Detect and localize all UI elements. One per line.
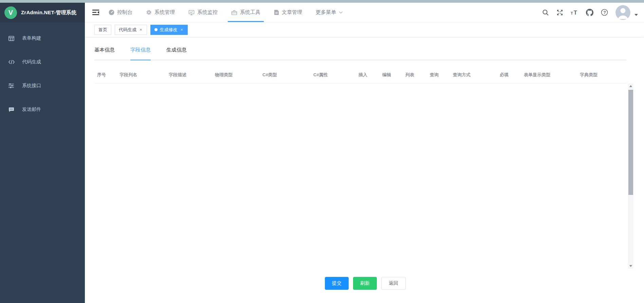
app-title: ZrAdmin.NET-管理系统	[21, 9, 76, 16]
gear-icon	[146, 9, 152, 15]
sidebar-item-message[interactable]: 发送邮件	[0, 98, 85, 121]
submit-button[interactable]: 提交	[325, 277, 349, 290]
tab-3[interactable]: 生成信息	[166, 47, 187, 53]
close-icon[interactable]: ×	[180, 27, 184, 32]
window-top-strip	[0, 0, 644, 3]
app-logo-row: V ZrAdmin.NET-管理系统	[0, 3, 85, 22]
toolbox-icon	[231, 10, 237, 15]
hamburger-icon[interactable]	[92, 9, 99, 15]
column-header: 编辑	[380, 72, 403, 78]
nav-item-label: 系统工具	[240, 9, 260, 16]
column-header: C#属性	[311, 72, 356, 78]
nav-item-more[interactable]: 更多菜单	[314, 3, 344, 22]
nav-item-label: 控制台	[117, 9, 132, 16]
scrollbar-up-arrow[interactable]	[628, 83, 633, 89]
nav-item-label: 文章管理	[282, 9, 302, 16]
sidebar-item-sliders[interactable]: 系统接口	[0, 74, 85, 98]
content-panel: 基本信息字段信息生成信息 序号字段列名字段描述物理类型C#类型C#属性插入编辑列…	[85, 37, 644, 303]
tag-label: 代码生成	[119, 27, 136, 33]
svg-text:?: ?	[603, 10, 606, 15]
nav-item-gear[interactable]: 系统管理	[145, 3, 176, 22]
app-logo: V	[4, 6, 17, 19]
sidebar-item-label: 代码生成	[22, 59, 41, 65]
table-body	[94, 83, 626, 269]
nav-item-dashboard[interactable]: 控制台	[107, 3, 134, 22]
table-icon	[8, 36, 15, 41]
tag-item-2[interactable]: 生成修改×	[150, 25, 188, 35]
column-header: 字段列名	[117, 72, 166, 78]
search-button[interactable]	[542, 9, 549, 16]
code-icon	[8, 60, 15, 64]
column-header: 列表	[403, 72, 427, 78]
column-header: C#类型	[260, 72, 311, 78]
doc-icon	[274, 9, 279, 15]
tag-label: 首页	[98, 27, 107, 33]
sidebar-item-table[interactable]: 表单构建	[0, 26, 85, 50]
font-size-icon: TT	[571, 9, 578, 16]
tag-home[interactable]: 首页	[94, 25, 111, 35]
sidebar-item-code[interactable]: 代码生成	[0, 50, 85, 74]
fullscreen-icon	[556, 9, 563, 16]
nav-item-monitor[interactable]: 系统监控	[187, 3, 219, 22]
monitor-icon	[188, 10, 195, 15]
sidebar-item-label: 发送邮件	[22, 106, 41, 113]
detail-tabs: 基本信息字段信息生成信息	[94, 47, 626, 60]
search-icon	[542, 9, 549, 16]
help-button[interactable]: ?	[601, 9, 608, 16]
close-icon[interactable]: ×	[139, 27, 143, 32]
column-header: 序号	[94, 72, 117, 78]
chevron-down-icon	[339, 11, 343, 14]
table-header-row: 序号字段列名字段描述物理类型C#类型C#属性插入编辑列表查询查询方式必填表单显示…	[94, 66, 626, 83]
tag-bar: 首页代码生成×生成修改×	[85, 22, 644, 37]
nav-item-doc[interactable]: 文章管理	[273, 3, 303, 22]
scrollbar-thumb[interactable]	[628, 90, 633, 195]
refresh-button[interactable]: 刷新	[353, 277, 377, 290]
column-header: 字段描述	[166, 72, 212, 78]
nav-item-label: 更多菜单	[316, 9, 336, 16]
form-actions: 提交 刷新 返回	[94, 277, 644, 290]
column-header: 必填	[497, 72, 521, 78]
sidebar-item-label: 系统接口	[22, 83, 41, 89]
fullscreen-button[interactable]	[556, 9, 563, 16]
tab-2[interactable]: 字段信息	[130, 47, 151, 53]
nav-item-label: 系统监控	[197, 9, 218, 16]
tag-label: 生成修改	[160, 27, 178, 33]
sidebar-item-label: 表单构建	[22, 35, 41, 41]
topbar: 控制台系统管理系统监控系统工具文章管理更多菜单 TT?	[85, 3, 644, 22]
svg-text:T: T	[574, 9, 577, 15]
table-scrollbar[interactable]	[628, 83, 633, 269]
top-nav: 控制台系统管理系统监控系统工具文章管理更多菜单	[107, 3, 355, 22]
avatar[interactable]	[615, 5, 630, 20]
topbar-actions: TT?	[542, 5, 644, 20]
font-size-button[interactable]: TT	[571, 9, 578, 16]
nav-item-label: 系统管理	[154, 9, 175, 16]
tag-item-1[interactable]: 代码生成×	[115, 25, 147, 35]
sidebar: V ZrAdmin.NET-管理系统 表单构建代码生成系统接口发送邮件	[0, 3, 85, 303]
column-header: 字典类型	[577, 72, 626, 78]
scrollbar-down-arrow[interactable]	[628, 263, 633, 269]
sidebar-menu: 表单构建代码生成系统接口发送邮件	[0, 22, 85, 121]
fields-table: 序号字段列名字段描述物理类型C#类型C#属性插入编辑列表查询查询方式必填表单显示…	[94, 66, 626, 269]
nav-item-toolbox[interactable]: 系统工具	[230, 3, 262, 22]
active-dot	[154, 28, 158, 31]
svg-text:T: T	[571, 11, 573, 15]
back-button[interactable]: 返回	[381, 277, 406, 290]
column-header: 查询方式	[450, 72, 497, 78]
caret-down-icon[interactable]	[634, 14, 638, 16]
tab-1[interactable]: 基本信息	[94, 47, 115, 53]
help-icon: ?	[601, 9, 608, 16]
column-header: 插入	[356, 72, 380, 78]
github-icon	[586, 9, 593, 16]
column-header: 物理类型	[212, 72, 260, 78]
column-header: 查询	[427, 72, 450, 78]
github-button[interactable]	[586, 9, 593, 16]
sliders-icon	[8, 83, 15, 88]
column-header: 表单显示类型	[521, 72, 577, 78]
dashboard-icon	[109, 9, 114, 15]
message-icon	[8, 107, 15, 112]
